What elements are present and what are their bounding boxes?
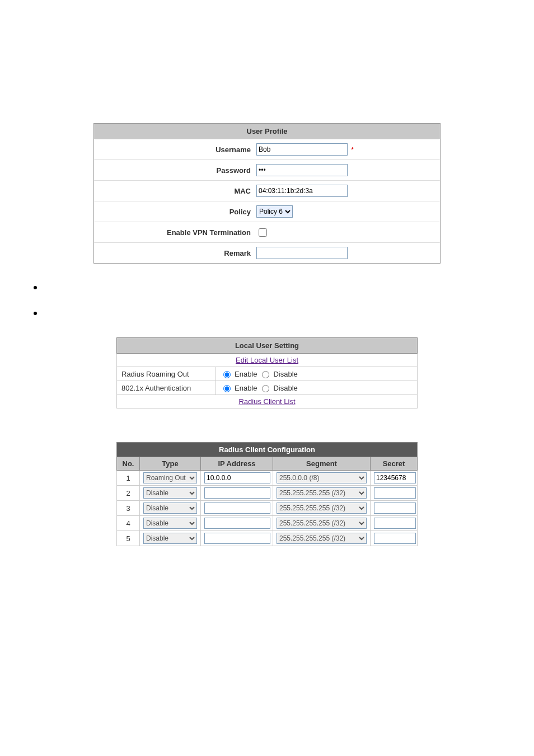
- user-profile-panel: User Profile Username * Password MAC: [93, 123, 441, 264]
- policy-select[interactable]: Policy 6: [256, 205, 293, 218]
- rcc-segment-select[interactable]: 255.0.0.0 (/8)255.255.255.255 (/32): [277, 533, 367, 544]
- rcc-segment-select[interactable]: 255.0.0.0 (/8)255.255.255.255 (/32): [277, 472, 367, 483]
- bullet-icon: [34, 286, 37, 289]
- rcc-type-select[interactable]: Roaming OutDisable: [143, 503, 197, 514]
- label-policy: Policy: [94, 208, 256, 216]
- rcc-cell-no: 1: [117, 471, 140, 486]
- roaming-enable-label: Enable: [235, 370, 257, 378]
- lus-header: Local User Setting: [117, 338, 418, 354]
- local-user-setting-table: Local User Setting Edit Local User List …: [116, 337, 418, 408]
- rcc-ip-input[interactable]: [204, 533, 270, 544]
- row-remark: Remark: [94, 243, 440, 263]
- rcc-col-secret: Secret: [371, 457, 418, 471]
- mac-input[interactable]: [256, 185, 348, 197]
- row-username: Username *: [94, 139, 440, 160]
- auth-enable-label: Enable: [235, 384, 257, 392]
- lus-row-8021x: 802.1x Authentication Enable Disable: [117, 381, 418, 395]
- rcc-type-select[interactable]: Roaming OutDisable: [143, 518, 197, 529]
- rcc-secret-input[interactable]: [374, 518, 416, 529]
- rcc-type-select[interactable]: Roaming OutDisable: [143, 487, 197, 499]
- rcc-cell-no: 5: [117, 531, 140, 546]
- row-policy: Policy Policy 6: [94, 201, 440, 222]
- rcc-segment-select[interactable]: 255.0.0.0 (/8)255.255.255.255 (/32): [277, 518, 367, 529]
- rcc-type-select[interactable]: Roaming OutDisable: [143, 472, 197, 483]
- rcc-row: 3Roaming OutDisable255.0.0.0 (/8)255.255…: [117, 501, 418, 516]
- rcc-ip-input[interactable]: [204, 518, 270, 529]
- rcc-ip-input[interactable]: [204, 487, 270, 499]
- label-username: Username: [94, 145, 256, 154]
- rcc-row: 2Roaming OutDisable255.0.0.0 (/8)255.255…: [117, 486, 418, 501]
- auth-enable-radio[interactable]: [223, 385, 231, 392]
- password-input[interactable]: [256, 164, 348, 176]
- rcc-secret-input[interactable]: [374, 472, 416, 483]
- lus-row-roaming: Radius Roaming Out Enable Disable: [117, 367, 418, 381]
- radius-client-list-link[interactable]: Radius Client List: [238, 397, 295, 406]
- rcc-cell-no: 3: [117, 501, 140, 516]
- label-password: Password: [94, 166, 256, 175]
- row-vpn-termination: Enable VPN Termination: [94, 222, 440, 243]
- rcc-col-type: Type: [140, 457, 201, 471]
- label-mac: MAC: [94, 187, 256, 195]
- label-vpn: Enable VPN Termination: [94, 228, 256, 237]
- rcc-ip-input[interactable]: [204, 472, 270, 483]
- username-input[interactable]: [256, 143, 348, 156]
- rcc-cell-no: 4: [117, 516, 140, 531]
- rcc-title: Radius Client Configuration: [117, 443, 418, 457]
- edit-local-user-list-link[interactable]: Edit Local User List: [236, 356, 298, 364]
- rcc-col-ip: IP Address: [201, 457, 273, 471]
- rcc-cell-no: 2: [117, 486, 140, 501]
- roaming-disable-radio[interactable]: [262, 371, 269, 378]
- rcc-secret-input[interactable]: [374, 487, 416, 499]
- bullet-icon: [34, 312, 37, 315]
- rcc-row: 5Roaming OutDisable255.0.0.0 (/8)255.255…: [117, 531, 418, 546]
- rcc-segment-select[interactable]: 255.0.0.0 (/8)255.255.255.255 (/32): [277, 487, 367, 499]
- rcc-secret-input[interactable]: [374, 503, 416, 514]
- rcc-row: 1Roaming OutDisable255.0.0.0 (/8)255.255…: [117, 471, 418, 486]
- required-marker: *: [351, 145, 354, 154]
- auth-disable-radio[interactable]: [262, 385, 269, 392]
- lus-roaming-label: Radius Roaming Out: [117, 367, 216, 381]
- vpn-checkbox[interactable]: [259, 228, 267, 237]
- label-remark: Remark: [94, 249, 256, 257]
- rcc-col-segment: Segment: [273, 457, 371, 471]
- bullet-list: [34, 286, 534, 315]
- rcc-type-select[interactable]: Roaming OutDisable: [143, 533, 197, 544]
- auth-disable-label: Disable: [273, 384, 297, 392]
- rcc-secret-input[interactable]: [374, 533, 416, 544]
- user-profile-header: User Profile: [94, 124, 440, 139]
- row-password: Password: [94, 160, 440, 181]
- roaming-enable-radio[interactable]: [223, 371, 231, 378]
- remark-input[interactable]: [256, 247, 348, 259]
- rcc-row: 4Roaming OutDisable255.0.0.0 (/8)255.255…: [117, 516, 418, 531]
- roaming-disable-label: Disable: [273, 370, 297, 378]
- rcc-segment-select[interactable]: 255.0.0.0 (/8)255.255.255.255 (/32): [277, 503, 367, 514]
- radius-client-config-table: Radius Client Configuration No. Type IP …: [116, 442, 418, 546]
- rcc-col-no: No.: [117, 457, 140, 471]
- rcc-ip-input[interactable]: [204, 503, 270, 514]
- row-mac: MAC: [94, 181, 440, 201]
- lus-8021x-label: 802.1x Authentication: [117, 381, 216, 395]
